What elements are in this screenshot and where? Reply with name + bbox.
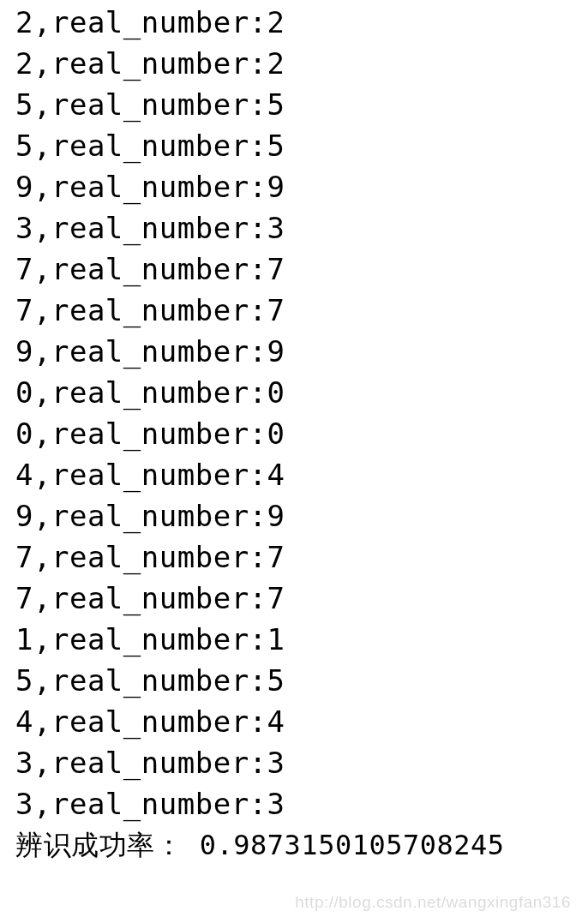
output-line: 3,real_number:3 (15, 207, 588, 249)
result-value: 0.9873150105708245 (200, 829, 505, 861)
output-line: 9,real_number:9 (15, 166, 588, 207)
output-line: 3,real_number:3 (15, 742, 588, 783)
output-line: 4,real_number:4 (15, 454, 588, 495)
output-line: 7,real_number:7 (15, 578, 588, 619)
output-line: 5,real_number:5 (15, 84, 588, 125)
output-line: 7,real_number:7 (15, 249, 588, 290)
output-line: 5,real_number:5 (15, 125, 588, 166)
output-line: 2,real_number:2 (15, 43, 588, 84)
output-line: 9,real_number:9 (15, 331, 588, 372)
output-line: 1,real_number:1 (15, 619, 588, 660)
output-line: 5,real_number:5 (15, 660, 588, 701)
output-line: 9,real_number:9 (15, 495, 588, 536)
watermark: http://blog.csdn.net/wangxingfan316 (295, 893, 571, 912)
result-line: 辨识成功率： 0.9873150105708245 (15, 824, 588, 866)
output-line: 0,real_number:0 (15, 372, 588, 413)
output-line: 7,real_number:7 (15, 290, 588, 331)
output-line: 4,real_number:4 (15, 701, 588, 742)
output-line: 3,real_number:3 (15, 783, 588, 824)
output-line: 0,real_number:0 (15, 413, 588, 454)
result-label: 辨识成功率： (15, 829, 183, 861)
output-line: 2,real_number:2 (15, 2, 588, 43)
output-lines: 2,real_number:22,real_number:25,real_num… (15, 2, 588, 824)
output-line: 7,real_number:7 (15, 536, 588, 578)
